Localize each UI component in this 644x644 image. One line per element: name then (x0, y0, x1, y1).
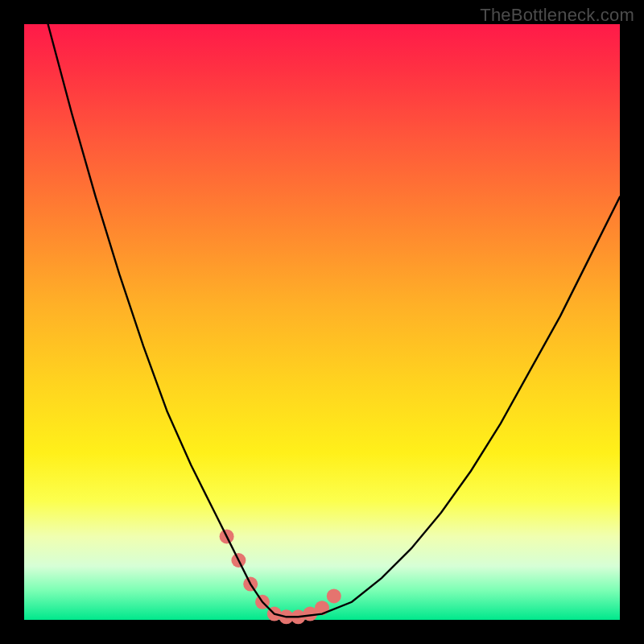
plot-area (24, 24, 620, 620)
chart-frame: TheBottleneck.com (0, 0, 644, 644)
watermark-text: TheBottleneck.com (480, 5, 634, 26)
highlight-marker (327, 588, 341, 603)
bottleneck-curve (48, 24, 620, 617)
curve-layer (24, 24, 620, 620)
highlight-markers-group (220, 529, 341, 624)
